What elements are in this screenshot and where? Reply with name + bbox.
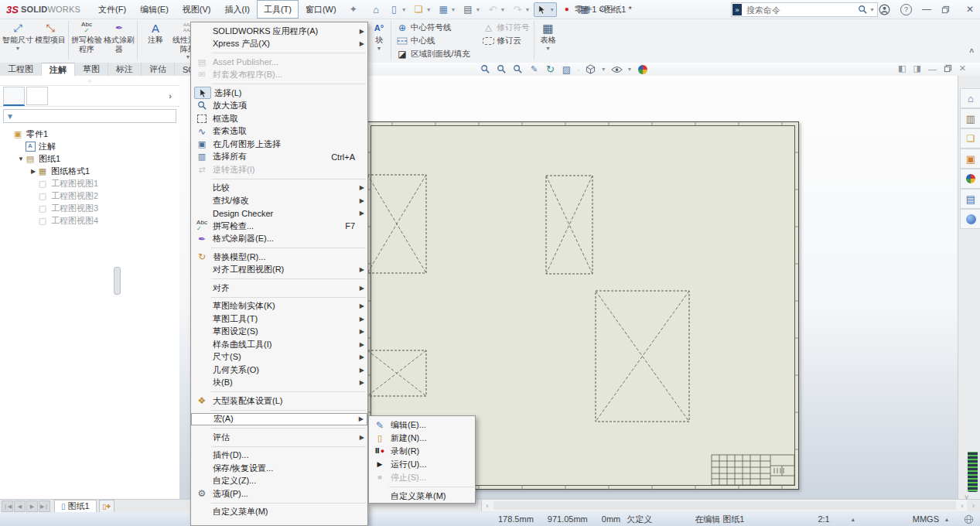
search-command-box[interactable]: » ▼ [731, 2, 878, 17]
ribbon-button-区域剖面线/填充[interactable]: ◪区域剖面线/填充 [393, 47, 473, 60]
close-icon[interactable]: ✕ [963, 4, 977, 15]
pin-icon[interactable]: ✦ [350, 4, 357, 15]
scrollbar-thumb[interactable] [966, 449, 979, 495]
menu-工具(T)[interactable]: 工具(T) [257, 0, 299, 19]
menu-item-保存/恢复设置...[interactable]: 保存/恢复设置... [191, 462, 367, 475]
ribbon-button-智能尺寸[interactable]: ⤢智能尺寸▼ [2, 19, 34, 52]
scale-dropdown-icon[interactable]: ▴ [852, 516, 855, 523]
tree-item-图纸1[interactable]: ▼▤图纸1 [0, 152, 179, 165]
tab-评估[interactable]: 评估 [142, 63, 175, 76]
tree-item-图纸格式1[interactable]: ▶▦图纸格式1 [0, 165, 179, 177]
menu-item-选项(P)...[interactable]: ⚙选项(P)... [191, 487, 367, 500]
menu-item-宏(A)[interactable]: 宏(A)▶ [191, 413, 367, 426]
print-button[interactable]: ▤▼ [460, 2, 483, 17]
previous-view-icon[interactable]: ↻ [545, 63, 556, 75]
menu-编辑(E)[interactable]: 编辑(E) [133, 0, 176, 19]
menu-item-SOLIDWORKS 应用程序(A)[interactable]: SOLIDWORKS 应用程序(A)▶ [191, 25, 367, 38]
scroll-left-icon[interactable]: ‹ [482, 502, 493, 510]
menu-item-新建(N)...[interactable]: ▯新建(N)... [369, 432, 475, 445]
dropdown-icon[interactable]: ▼ [524, 7, 530, 12]
tree-item-工程图视图1[interactable]: ▢工程图视图1 [0, 177, 179, 190]
units-dropdown-icon[interactable]: ▴ [945, 516, 948, 523]
dropdown-icon[interactable]: ▼ [15, 46, 21, 52]
menu-item-自定义菜单(M)[interactable]: 自定义菜单(M) [191, 506, 367, 519]
tab-feature-tree[interactable] [3, 87, 25, 106]
drawing-view-placeholder[interactable] [367, 350, 426, 396]
menu-item-插件(D)...[interactable]: 插件(D)... [191, 449, 367, 463]
ribbon-button-中心线[interactable]: 中心线 [393, 34, 473, 47]
menu-item-套索选取[interactable]: ∿套索选取 [191, 125, 367, 138]
taskpane-custom-properties-button[interactable]: ▤ [960, 189, 980, 209]
zoom-fit-icon[interactable] [480, 63, 491, 75]
dropdown-icon[interactable]: ▼ [500, 7, 505, 12]
prev-sheet-icon[interactable]: ◀ [14, 500, 26, 512]
taskpane-home-button[interactable]: ⌂ [960, 88, 980, 108]
menu-item-尺寸(S)[interactable]: 尺寸(S)▶ [191, 351, 367, 364]
menu-item-选择所有[interactable]: ▥选择所有Ctrl+A [191, 151, 367, 164]
drawing-view-placeholder[interactable] [596, 291, 689, 422]
close-icon[interactable]: ✕ [959, 63, 966, 73]
user-account-icon[interactable] [879, 4, 893, 15]
tree-item-注解[interactable]: A注解 [0, 140, 179, 152]
scroll-corner[interactable]: › [967, 500, 980, 511]
taskpane-forum-button[interactable] [960, 209, 980, 229]
menu-窗口(W)[interactable]: 窗口(W) [299, 0, 343, 19]
menu-item-块(B)[interactable]: 块(B)▶ [191, 377, 367, 390]
search-icon[interactable] [858, 5, 868, 15]
zoom-to-area-icon[interactable] [496, 63, 507, 75]
menu-item-框选取[interactable]: 框选取 [191, 112, 367, 125]
ribbon-button-表格[interactable]: ▦表格▼ [536, 19, 559, 52]
menu-item-放大选项[interactable]: 放大选项 [191, 100, 367, 113]
next-sheet-icon[interactable]: ▶ [26, 500, 38, 512]
section-view-icon[interactable]: ✎ [528, 63, 540, 75]
ribbon-collapse-icon[interactable]: ^ [969, 48, 974, 56]
dropdown-icon[interactable]: ▼ [627, 67, 633, 72]
menu-item-Xpress 产品(X)[interactable]: Xpress 产品(X)▶ [191, 38, 367, 51]
menu-item-几何关系(O)[interactable]: 几何关系(O)▶ [191, 364, 367, 377]
menu-item-选择(L)[interactable]: 选择(L) [191, 87, 367, 100]
ribbon-button-中心符号线[interactable]: ⊕中心符号线 [393, 21, 473, 34]
dropdown-icon[interactable]: ▼ [377, 46, 382, 52]
tree-expander-icon[interactable]: ▶ [29, 168, 37, 175]
last-sheet-icon[interactable]: ▶❘ [39, 500, 50, 512]
drawing-view-placeholder[interactable] [367, 175, 426, 273]
scrollbar-track[interactable] [493, 501, 956, 510]
minimize-icon[interactable]: — [928, 64, 937, 73]
dropdown-icon[interactable]: ▼ [476, 7, 481, 12]
sheet-tab[interactable]: ▯ 图纸1 [54, 500, 97, 513]
menu-item-自定义菜单(M)[interactable]: 自定义菜单(M) [369, 490, 475, 503]
horizontal-scrollbar[interactable]: ‹ › [481, 500, 968, 511]
zoom-in-out-icon[interactable] [512, 63, 524, 75]
undo-button[interactable]: ↶▼ [484, 2, 507, 17]
appearances-icon[interactable] [637, 63, 649, 75]
menu-视图(V)[interactable]: 视图(V) [176, 0, 218, 19]
menu-插入(I)[interactable]: 插入(I) [217, 0, 256, 19]
tree-item-工程图视图2[interactable]: ▢工程图视图2 [0, 190, 179, 202]
restore-icon[interactable] [944, 64, 952, 73]
tab-草图[interactable]: 草图 [75, 63, 108, 76]
menu-item-在几何图形上选择[interactable]: ▣在几何图形上选择 [191, 138, 367, 151]
view-settings-icon[interactable]: ▧ [561, 63, 572, 75]
tree-item-零件1[interactable]: ▣零件1 [0, 128, 179, 140]
ribbon-button-修订符号[interactable]: △修订符号 [479, 21, 532, 34]
menu-item-格式涂刷器(E)...[interactable]: ✒格式涂刷器(E)... [191, 233, 367, 246]
tab-注解[interactable]: 注解 [42, 63, 75, 76]
ribbon-button-模型项目[interactable]: ⤡模型项目 [34, 19, 67, 45]
add-sheet-button[interactable]: ▯✚ [99, 500, 114, 513]
menu-item-替换模型(R)...[interactable]: ↻替换模型(R)... [191, 251, 367, 264]
first-sheet-icon[interactable]: ❘◀ [2, 500, 13, 512]
taskpane-view-palette-button[interactable]: ▣ [960, 149, 980, 169]
save-button[interactable]: ▦▼ [435, 2, 459, 17]
panel-resize-grip[interactable] [114, 267, 121, 295]
dropdown-icon[interactable]: ▼ [601, 67, 606, 72]
menu-item-对齐[interactable]: 对齐▶ [191, 282, 367, 295]
menu-item-评估[interactable]: 评估▶ [191, 431, 367, 444]
pane-left-icon[interactable]: ◧ [898, 63, 906, 73]
unit-system[interactable]: MMGS [913, 514, 939, 524]
pane-right-icon[interactable]: ◨ [913, 63, 920, 73]
tree-item-工程图视图4[interactable]: ▢工程图视图4 [0, 214, 179, 227]
menu-item-查找/修改[interactable]: 查找/修改▶ [191, 194, 367, 207]
menu-item-草图设定(S)[interactable]: 草图设定(S)▶ [191, 326, 367, 339]
menu-item-Design Checker[interactable]: Design Checker▶ [191, 207, 367, 220]
menu-item-录制(R)[interactable]: Ⅱ●录制(R) [369, 445, 475, 458]
